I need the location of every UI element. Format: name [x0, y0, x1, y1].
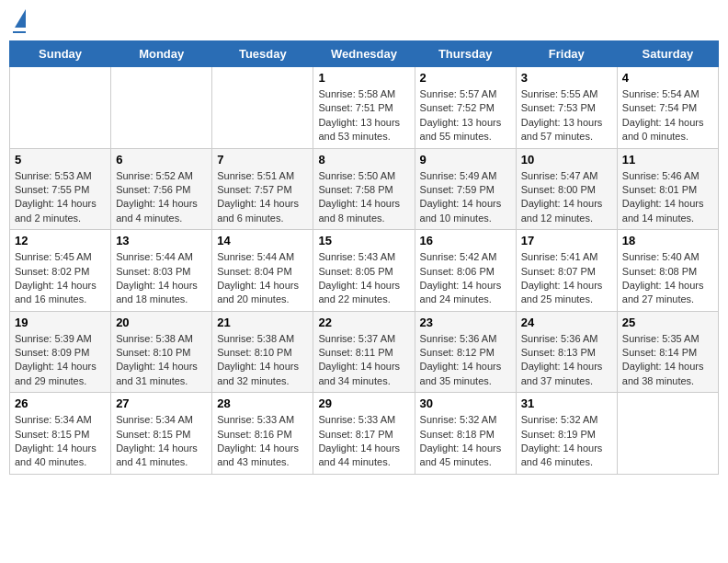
- day-info: Sunrise: 5:39 AMSunset: 8:09 PMDaylight:…: [15, 332, 106, 389]
- day-number: 28: [217, 396, 308, 410]
- calendar-week-row: 12Sunrise: 5:45 AMSunset: 8:02 PMDayligh…: [10, 230, 719, 312]
- weekday-header-saturday: Saturday: [617, 41, 718, 67]
- day-info: Sunrise: 5:55 AMSunset: 7:53 PMDaylight:…: [521, 87, 612, 144]
- day-number: 4: [622, 71, 713, 85]
- calendar-cell: 26Sunrise: 5:34 AMSunset: 8:15 PMDayligh…: [10, 393, 111, 475]
- calendar-cell: 12Sunrise: 5:45 AMSunset: 8:02 PMDayligh…: [10, 230, 111, 312]
- weekday-header-row: SundayMondayTuesdayWednesdayThursdayFrid…: [10, 41, 719, 67]
- day-number: 26: [15, 396, 106, 410]
- day-info: Sunrise: 5:51 AMSunset: 7:57 PMDaylight:…: [217, 169, 308, 226]
- day-info: Sunrise: 5:42 AMSunset: 8:06 PMDaylight:…: [420, 250, 511, 307]
- day-info: Sunrise: 5:47 AMSunset: 8:00 PMDaylight:…: [521, 169, 612, 226]
- calendar-cell: 28Sunrise: 5:33 AMSunset: 8:16 PMDayligh…: [212, 393, 313, 475]
- day-number: 2: [420, 71, 511, 85]
- weekday-header-wednesday: Wednesday: [313, 41, 415, 67]
- day-number: 8: [318, 153, 409, 167]
- day-info: Sunrise: 5:33 AMSunset: 8:17 PMDaylight:…: [318, 413, 409, 470]
- day-info: Sunrise: 5:37 AMSunset: 8:11 PMDaylight:…: [318, 332, 409, 389]
- calendar-cell: 16Sunrise: 5:42 AMSunset: 8:06 PMDayligh…: [415, 230, 516, 312]
- calendar-cell: 8Sunrise: 5:50 AMSunset: 7:58 PMDaylight…: [313, 148, 415, 230]
- day-info: Sunrise: 5:32 AMSunset: 8:18 PMDaylight:…: [420, 413, 511, 470]
- day-number: 9: [420, 153, 511, 167]
- calendar-cell: 6Sunrise: 5:52 AMSunset: 7:56 PMDaylight…: [111, 148, 212, 230]
- day-number: 22: [318, 316, 409, 329]
- day-info: Sunrise: 5:43 AMSunset: 8:05 PMDaylight:…: [318, 250, 409, 307]
- calendar-cell: 5Sunrise: 5:53 AMSunset: 7:55 PMDaylight…: [10, 148, 111, 230]
- calendar-cell: 9Sunrise: 5:49 AMSunset: 7:59 PMDaylight…: [415, 148, 516, 230]
- calendar-cell: 30Sunrise: 5:32 AMSunset: 8:18 PMDayligh…: [415, 393, 516, 475]
- day-info: Sunrise: 5:44 AMSunset: 8:03 PMDaylight:…: [116, 250, 207, 307]
- calendar-week-row: 1Sunrise: 5:58 AMSunset: 7:51 PMDaylight…: [10, 67, 719, 149]
- weekday-header-tuesday: Tuesday: [212, 41, 313, 67]
- calendar-cell: 13Sunrise: 5:44 AMSunset: 8:03 PMDayligh…: [111, 230, 212, 312]
- calendar-week-row: 19Sunrise: 5:39 AMSunset: 8:09 PMDayligh…: [10, 311, 719, 393]
- calendar-cell: 2Sunrise: 5:57 AMSunset: 7:52 PMDaylight…: [415, 67, 516, 149]
- day-info: Sunrise: 5:34 AMSunset: 8:15 PMDaylight:…: [116, 413, 207, 470]
- calendar-cell: 31Sunrise: 5:32 AMSunset: 8:19 PMDayligh…: [516, 393, 617, 475]
- calendar-cell: 7Sunrise: 5:51 AMSunset: 7:57 PMDaylight…: [212, 148, 313, 230]
- calendar-cell: 15Sunrise: 5:43 AMSunset: 8:05 PMDayligh…: [313, 230, 415, 312]
- day-number: 19: [15, 316, 106, 329]
- day-number: 29: [318, 396, 409, 410]
- weekday-header-sunday: Sunday: [10, 41, 111, 67]
- day-number: 17: [521, 234, 612, 247]
- day-number: 14: [217, 234, 308, 247]
- day-info: Sunrise: 5:41 AMSunset: 8:07 PMDaylight:…: [521, 250, 612, 307]
- calendar-cell: [111, 67, 212, 149]
- day-number: 18: [622, 234, 713, 247]
- page-header: [9, 9, 719, 33]
- day-number: 24: [521, 316, 612, 329]
- day-number: 25: [622, 316, 713, 329]
- day-info: Sunrise: 5:34 AMSunset: 8:15 PMDaylight:…: [15, 413, 106, 470]
- weekday-header-friday: Friday: [516, 41, 617, 67]
- calendar-cell: 19Sunrise: 5:39 AMSunset: 8:09 PMDayligh…: [10, 311, 111, 393]
- calendar-cell: 1Sunrise: 5:58 AMSunset: 7:51 PMDaylight…: [313, 67, 415, 149]
- calendar-cell: 27Sunrise: 5:34 AMSunset: 8:15 PMDayligh…: [111, 393, 212, 475]
- calendar-week-row: 26Sunrise: 5:34 AMSunset: 8:15 PMDayligh…: [10, 393, 719, 475]
- logo-underline: [13, 31, 26, 33]
- day-number: 16: [420, 234, 511, 247]
- day-info: Sunrise: 5:53 AMSunset: 7:55 PMDaylight:…: [15, 169, 106, 226]
- day-info: Sunrise: 5:45 AMSunset: 8:02 PMDaylight:…: [15, 250, 106, 307]
- calendar-cell: [212, 67, 313, 149]
- calendar-cell: 22Sunrise: 5:37 AMSunset: 8:11 PMDayligh…: [313, 311, 415, 393]
- day-info: Sunrise: 5:35 AMSunset: 8:14 PMDaylight:…: [622, 332, 713, 389]
- calendar-table: SundayMondayTuesdayWednesdayThursdayFrid…: [9, 40, 719, 475]
- calendar-cell: 24Sunrise: 5:36 AMSunset: 8:13 PMDayligh…: [516, 311, 617, 393]
- day-info: Sunrise: 5:50 AMSunset: 7:58 PMDaylight:…: [318, 169, 409, 226]
- day-number: 15: [318, 234, 409, 247]
- logo: [13, 9, 26, 33]
- calendar-cell: 23Sunrise: 5:36 AMSunset: 8:12 PMDayligh…: [415, 311, 516, 393]
- day-number: 30: [420, 396, 511, 410]
- day-number: 23: [420, 316, 511, 329]
- calendar-cell: 11Sunrise: 5:46 AMSunset: 8:01 PMDayligh…: [617, 148, 718, 230]
- day-number: 21: [217, 316, 308, 329]
- day-number: 12: [15, 234, 106, 247]
- day-number: 11: [622, 153, 713, 167]
- day-number: 10: [521, 153, 612, 167]
- day-number: 20: [116, 316, 207, 329]
- weekday-header-thursday: Thursday: [415, 41, 516, 67]
- calendar-cell: 14Sunrise: 5:44 AMSunset: 8:04 PMDayligh…: [212, 230, 313, 312]
- day-number: 27: [116, 396, 207, 410]
- day-number: 31: [521, 396, 612, 410]
- day-info: Sunrise: 5:54 AMSunset: 7:54 PMDaylight:…: [622, 87, 713, 144]
- day-info: Sunrise: 5:44 AMSunset: 8:04 PMDaylight:…: [217, 250, 308, 307]
- day-info: Sunrise: 5:36 AMSunset: 8:12 PMDaylight:…: [420, 332, 511, 389]
- day-info: Sunrise: 5:38 AMSunset: 8:10 PMDaylight:…: [116, 332, 207, 389]
- day-info: Sunrise: 5:33 AMSunset: 8:16 PMDaylight:…: [217, 413, 308, 470]
- day-number: 3: [521, 71, 612, 85]
- day-info: Sunrise: 5:58 AMSunset: 7:51 PMDaylight:…: [318, 87, 409, 144]
- calendar-cell: 3Sunrise: 5:55 AMSunset: 7:53 PMDaylight…: [516, 67, 617, 149]
- day-info: Sunrise: 5:52 AMSunset: 7:56 PMDaylight:…: [116, 169, 207, 226]
- day-info: Sunrise: 5:38 AMSunset: 8:10 PMDaylight:…: [217, 332, 308, 389]
- day-number: 1: [318, 71, 409, 85]
- day-number: 5: [15, 153, 106, 167]
- day-number: 13: [116, 234, 207, 247]
- calendar-cell: 4Sunrise: 5:54 AMSunset: 7:54 PMDaylight…: [617, 67, 718, 149]
- calendar-week-row: 5Sunrise: 5:53 AMSunset: 7:55 PMDaylight…: [10, 148, 719, 230]
- calendar-cell: 25Sunrise: 5:35 AMSunset: 8:14 PMDayligh…: [617, 311, 718, 393]
- calendar-cell: 10Sunrise: 5:47 AMSunset: 8:00 PMDayligh…: [516, 148, 617, 230]
- calendar-cell: 29Sunrise: 5:33 AMSunset: 8:17 PMDayligh…: [313, 393, 415, 475]
- day-info: Sunrise: 5:32 AMSunset: 8:19 PMDaylight:…: [521, 413, 612, 470]
